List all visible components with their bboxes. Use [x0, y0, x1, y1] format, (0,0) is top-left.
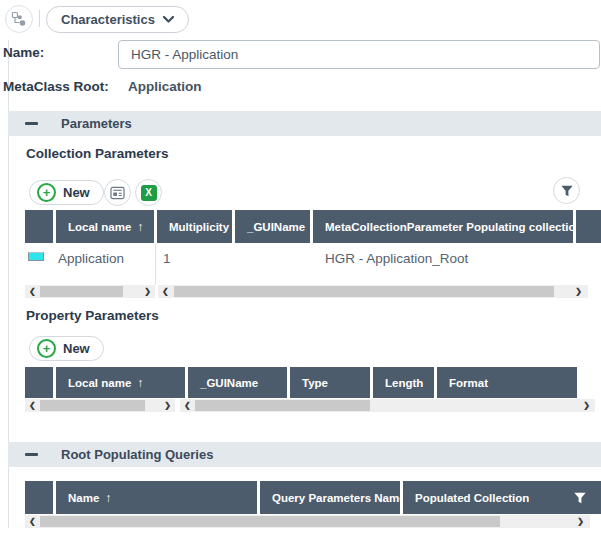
parameters-section-title: Parameters — [61, 116, 132, 131]
cell-multiplicity: 1 — [163, 251, 171, 266]
property-frozen-scrollbar[interactable]: ❮ ❯ — [25, 399, 175, 412]
metaclass-root-value: Application — [128, 79, 202, 94]
collection-new-button[interactable]: + New — [29, 180, 104, 205]
report-icon — [110, 186, 125, 200]
col-header-row-icon[interactable] — [25, 367, 53, 398]
sort-ascending-icon: ↑ — [137, 376, 143, 390]
hierarchy-view-button[interactable] — [5, 5, 33, 33]
scrollbar-thumb[interactable] — [174, 286, 554, 297]
chevron-down-icon — [163, 16, 174, 23]
col-header-length[interactable]: Length — [373, 367, 434, 398]
col-header-label: Local name — [68, 377, 131, 389]
collection-filter-button[interactable] — [553, 177, 580, 204]
col-header-label: Type — [302, 377, 328, 389]
excel-icon: X — [141, 185, 157, 201]
col-header-label: _GUIName — [247, 221, 305, 233]
parameters-section-header[interactable]: Parameters — [8, 111, 601, 136]
cell-meta-collection: HGR - Application_Root — [325, 251, 468, 266]
col-header-label: Format — [449, 377, 488, 389]
characteristics-dropdown-label: Characteristics — [61, 12, 155, 27]
property-new-button[interactable]: + New — [29, 336, 104, 361]
root-queries-section-header[interactable]: Root Populating Queries — [8, 442, 601, 467]
plus-icon: + — [37, 339, 56, 358]
scroll-left-icon[interactable]: ❮ — [162, 288, 169, 296]
table-row[interactable]: Application 1 HGR - Application_Root — [0, 243, 601, 285]
characteristics-dropdown[interactable]: Characteristics — [46, 6, 189, 33]
property-parameters-title: Property Parameters — [26, 308, 159, 323]
col-header-name[interactable]: Name ↑ — [56, 481, 257, 514]
root-queries-table-header: Name ↑ Query Parameters Name Populated C… — [0, 481, 601, 514]
collection-parameters-title: Collection Parameters — [26, 146, 169, 161]
col-header-label: MetaCollectionParameter Populating colle… — [325, 221, 573, 233]
col-header-label: _GUIName — [200, 377, 258, 389]
col-header-meta-collection[interactable]: MetaCollectionParameter Populating colle… — [313, 210, 573, 243]
root-queries-section-title: Root Populating Queries — [61, 447, 213, 462]
col-header-local-name[interactable]: Local name ↑ — [56, 367, 185, 398]
col-header-label: Populated Collection — [415, 492, 529, 504]
collection-main-scrollbar[interactable]: ❮ ❯ — [158, 285, 588, 298]
hierarchy-icon — [11, 11, 27, 27]
scroll-right-icon[interactable]: ❯ — [144, 288, 151, 296]
col-header-query-parameters-name[interactable]: Query Parameters Name — [260, 481, 400, 514]
scrollbar-thumb[interactable] — [195, 400, 370, 411]
metaclass-root-label: MetaClass Root: — [3, 79, 109, 94]
col-header-guiname[interactable]: _GUIName — [188, 367, 287, 398]
scrollbar-thumb[interactable] — [40, 400, 145, 411]
scroll-right-icon[interactable]: ❯ — [577, 518, 584, 526]
scroll-left-icon[interactable]: ❮ — [29, 288, 36, 296]
col-header-populated-collection[interactable]: Populated Collection — [403, 481, 601, 514]
metaclass-editor-page: Characteristics Name: MetaClass Root: Ap… — [0, 0, 601, 535]
new-button-label: New — [63, 341, 90, 356]
collapse-minus-icon[interactable] — [25, 453, 38, 456]
collection-report-button[interactable] — [104, 179, 131, 206]
col-header-row-icon[interactable] — [25, 210, 53, 243]
scroll-left-icon[interactable]: ❮ — [29, 402, 36, 410]
plus-icon: + — [37, 183, 56, 202]
scrollbar-thumb[interactable] — [40, 516, 500, 527]
collection-type-icon — [28, 252, 44, 261]
sort-ascending-icon: ↑ — [137, 220, 143, 234]
cell-local-name: Application — [58, 251, 124, 266]
col-header-label: Multiplicity — [169, 221, 229, 233]
new-button-label: New — [63, 185, 90, 200]
filter-funnel-icon[interactable] — [573, 491, 587, 505]
property-table-header: Local name ↑ _GUIName Type Length Format — [0, 367, 601, 398]
col-header-row-icon[interactable] — [25, 481, 53, 514]
frozen-pane-divider — [155, 243, 156, 285]
col-header-label: Query Parameters Name — [272, 492, 400, 504]
sort-ascending-icon: ↑ — [105, 491, 111, 505]
scroll-left-icon[interactable]: ❮ — [184, 402, 191, 410]
scroll-right-icon[interactable]: ❯ — [575, 288, 582, 296]
name-label: Name: — [3, 45, 44, 60]
collection-table-header: Local name ↑ Multiplicity _GUIName MetaC… — [0, 210, 601, 243]
col-header-type[interactable]: Type — [290, 367, 370, 398]
col-header-label: Length — [385, 377, 423, 389]
property-main-scrollbar[interactable]: ❮ ❯ — [180, 399, 595, 412]
name-input[interactable] — [118, 40, 600, 69]
col-header-guiname[interactable]: _GUIName — [235, 210, 310, 243]
toolbar-divider — [39, 10, 40, 27]
scroll-left-icon[interactable]: ❮ — [29, 518, 36, 526]
col-header-multiplicity[interactable]: Multiplicity — [157, 210, 232, 243]
scrollbar-thumb[interactable] — [40, 286, 123, 297]
col-header-label: Local name — [68, 221, 131, 233]
filter-funnel-icon — [560, 184, 574, 198]
collapse-minus-icon[interactable] — [25, 122, 38, 125]
collection-frozen-scrollbar[interactable]: ❮ ❯ — [25, 285, 155, 298]
col-header-local-name[interactable]: Local name ↑ — [56, 210, 154, 243]
scroll-right-icon[interactable]: ❯ — [583, 402, 590, 410]
col-header-format[interactable]: Format — [437, 367, 577, 398]
col-header-overflow[interactable] — [576, 210, 601, 243]
scroll-right-icon[interactable]: ❯ — [164, 402, 171, 410]
col-header-label: Name — [68, 492, 99, 504]
root-queries-scrollbar[interactable]: ❮ ❯ — [25, 515, 590, 528]
collection-excel-export-button[interactable]: X — [135, 179, 162, 206]
